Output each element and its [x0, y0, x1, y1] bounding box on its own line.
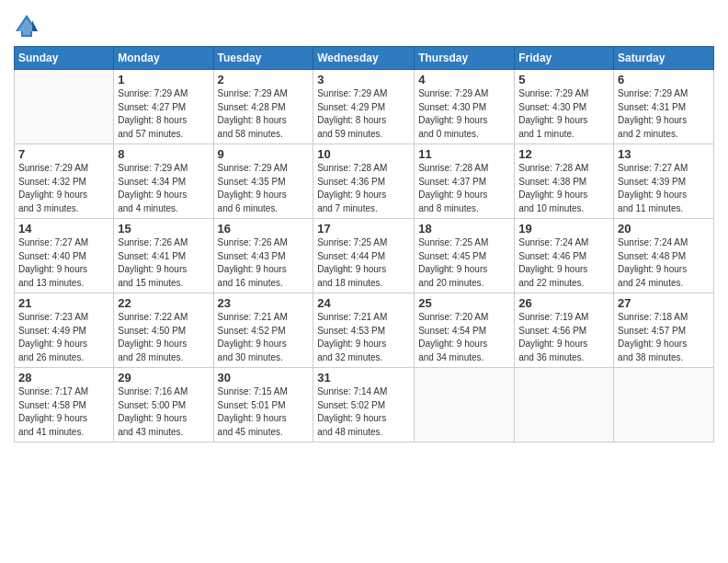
day-number: 1: [118, 73, 209, 86]
logo: [14, 9, 41, 39]
day-info: Sunrise: 7:29 AM Sunset: 4:32 PM Dayligh…: [18, 162, 109, 215]
header: [14, 9, 714, 39]
logo-icon: [14, 13, 40, 39]
day-info: Sunrise: 7:29 AM Sunset: 4:27 PM Dayligh…: [118, 87, 209, 141]
calendar-cell: 11Sunrise: 7:28 AM Sunset: 4:37 PM Dayli…: [415, 144, 515, 219]
calendar-cell: 16Sunrise: 7:26 AM Sunset: 4:43 PM Dayli…: [213, 219, 313, 293]
day-number: 20: [618, 222, 710, 236]
day-number: 28: [18, 371, 109, 385]
calendar-cell: 22Sunrise: 7:22 AM Sunset: 4:50 PM Dayli…: [114, 293, 213, 368]
day-number: 10: [317, 147, 410, 161]
calendar-cell: 23Sunrise: 7:21 AM Sunset: 4:52 PM Dayli…: [213, 293, 313, 368]
calendar-cell: 24Sunrise: 7:21 AM Sunset: 4:53 PM Dayli…: [313, 293, 415, 368]
day-number: 13: [618, 147, 710, 161]
calendar-cell: 26Sunrise: 7:19 AM Sunset: 4:56 PM Dayli…: [515, 293, 614, 368]
day-info: Sunrise: 7:27 AM Sunset: 4:39 PM Dayligh…: [618, 162, 710, 215]
day-info: Sunrise: 7:29 AM Sunset: 4:30 PM Dayligh…: [418, 87, 510, 141]
calendar-cell: 29Sunrise: 7:16 AM Sunset: 5:00 PM Dayli…: [114, 368, 213, 442]
day-number: 14: [18, 222, 109, 236]
calendar-week-3: 14Sunrise: 7:27 AM Sunset: 4:40 PM Dayli…: [15, 219, 714, 293]
day-info: Sunrise: 7:23 AM Sunset: 4:49 PM Dayligh…: [18, 311, 109, 364]
calendar-cell: 9Sunrise: 7:29 AM Sunset: 4:35 PM Daylig…: [213, 144, 313, 219]
day-info: Sunrise: 7:28 AM Sunset: 4:38 PM Dayligh…: [518, 162, 609, 215]
calendar-cell: [15, 70, 114, 144]
page: SundayMondayTuesdayWednesdayThursdayFrid…: [0, 0, 728, 563]
day-info: Sunrise: 7:21 AM Sunset: 4:53 PM Dayligh…: [317, 311, 410, 364]
day-info: Sunrise: 7:28 AM Sunset: 4:37 PM Dayligh…: [418, 162, 510, 215]
day-number: 8: [118, 147, 209, 161]
day-number: 15: [118, 222, 209, 236]
weekday-header-sunday: Sunday: [15, 47, 114, 70]
calendar-cell: [515, 368, 614, 442]
day-number: 4: [418, 73, 510, 86]
day-info: Sunrise: 7:24 AM Sunset: 4:46 PM Dayligh…: [518, 236, 609, 290]
day-number: 25: [418, 296, 510, 310]
calendar-cell: 6Sunrise: 7:29 AM Sunset: 4:31 PM Daylig…: [614, 70, 714, 144]
day-number: 19: [518, 222, 609, 236]
day-number: 18: [418, 222, 510, 236]
calendar-week-2: 7Sunrise: 7:29 AM Sunset: 4:32 PM Daylig…: [15, 144, 714, 219]
calendar-week-5: 28Sunrise: 7:17 AM Sunset: 4:58 PM Dayli…: [15, 368, 714, 442]
day-number: 21: [18, 296, 109, 310]
calendar-cell: 12Sunrise: 7:28 AM Sunset: 4:38 PM Dayli…: [515, 144, 614, 219]
day-info: Sunrise: 7:26 AM Sunset: 4:41 PM Dayligh…: [118, 236, 209, 290]
day-info: Sunrise: 7:20 AM Sunset: 4:54 PM Dayligh…: [418, 311, 510, 364]
calendar-cell: 25Sunrise: 7:20 AM Sunset: 4:54 PM Dayli…: [415, 293, 515, 368]
calendar-cell: 18Sunrise: 7:25 AM Sunset: 4:45 PM Dayli…: [415, 219, 515, 293]
day-info: Sunrise: 7:28 AM Sunset: 4:36 PM Dayligh…: [317, 162, 410, 215]
day-number: 11: [418, 147, 510, 161]
weekday-header-saturday: Saturday: [614, 47, 714, 70]
calendar-cell: 17Sunrise: 7:25 AM Sunset: 4:44 PM Dayli…: [313, 219, 415, 293]
day-number: 7: [18, 147, 109, 161]
calendar-cell: 2Sunrise: 7:29 AM Sunset: 4:28 PM Daylig…: [213, 70, 313, 144]
day-number: 12: [518, 147, 609, 161]
weekday-header-monday: Monday: [114, 47, 213, 70]
day-number: 3: [317, 73, 410, 86]
calendar-cell: 27Sunrise: 7:18 AM Sunset: 4:57 PM Dayli…: [614, 293, 714, 368]
logo-container: [14, 13, 41, 39]
calendar-cell: 1Sunrise: 7:29 AM Sunset: 4:27 PM Daylig…: [114, 70, 213, 144]
svg-marker-2: [32, 20, 38, 31]
calendar-week-4: 21Sunrise: 7:23 AM Sunset: 4:49 PM Dayli…: [15, 293, 714, 368]
calendar-cell: 7Sunrise: 7:29 AM Sunset: 4:32 PM Daylig…: [15, 144, 114, 219]
day-number: 22: [118, 296, 209, 310]
day-info: Sunrise: 7:14 AM Sunset: 5:02 PM Dayligh…: [317, 385, 410, 439]
day-info: Sunrise: 7:29 AM Sunset: 4:35 PM Dayligh…: [218, 162, 310, 215]
day-number: 2: [218, 73, 310, 86]
day-info: Sunrise: 7:29 AM Sunset: 4:29 PM Dayligh…: [317, 87, 410, 141]
day-info: Sunrise: 7:18 AM Sunset: 4:57 PM Dayligh…: [618, 311, 710, 364]
calendar-cell: 28Sunrise: 7:17 AM Sunset: 4:58 PM Dayli…: [15, 368, 114, 442]
calendar-cell: 20Sunrise: 7:24 AM Sunset: 4:48 PM Dayli…: [614, 219, 714, 293]
day-number: 17: [317, 222, 410, 236]
day-number: 27: [618, 296, 710, 310]
day-info: Sunrise: 7:24 AM Sunset: 4:48 PM Dayligh…: [618, 236, 710, 290]
calendar-week-1: 1Sunrise: 7:29 AM Sunset: 4:27 PM Daylig…: [15, 70, 714, 144]
weekday-header-friday: Friday: [515, 47, 614, 70]
day-info: Sunrise: 7:29 AM Sunset: 4:31 PM Dayligh…: [618, 87, 710, 141]
day-info: Sunrise: 7:29 AM Sunset: 4:34 PM Dayligh…: [118, 162, 209, 215]
day-info: Sunrise: 7:25 AM Sunset: 4:45 PM Dayligh…: [418, 236, 510, 290]
calendar-cell: 31Sunrise: 7:14 AM Sunset: 5:02 PM Dayli…: [313, 368, 415, 442]
day-number: 16: [218, 222, 310, 236]
calendar-cell: 30Sunrise: 7:15 AM Sunset: 5:01 PM Dayli…: [213, 368, 313, 442]
day-number: 23: [218, 296, 310, 310]
day-number: 30: [218, 371, 310, 385]
day-info: Sunrise: 7:25 AM Sunset: 4:44 PM Dayligh…: [317, 236, 410, 290]
day-info: Sunrise: 7:26 AM Sunset: 4:43 PM Dayligh…: [218, 236, 310, 290]
calendar-cell: 21Sunrise: 7:23 AM Sunset: 4:49 PM Dayli…: [15, 293, 114, 368]
day-number: 29: [118, 371, 209, 385]
day-info: Sunrise: 7:27 AM Sunset: 4:40 PM Dayligh…: [18, 236, 109, 290]
day-info: Sunrise: 7:19 AM Sunset: 4:56 PM Dayligh…: [518, 311, 609, 364]
calendar-cell: 13Sunrise: 7:27 AM Sunset: 4:39 PM Dayli…: [614, 144, 714, 219]
day-info: Sunrise: 7:15 AM Sunset: 5:01 PM Dayligh…: [218, 385, 310, 439]
weekday-header-tuesday: Tuesday: [213, 47, 313, 70]
day-info: Sunrise: 7:29 AM Sunset: 4:28 PM Dayligh…: [218, 87, 310, 141]
day-info: Sunrise: 7:29 AM Sunset: 4:30 PM Dayligh…: [518, 87, 609, 141]
day-info: Sunrise: 7:17 AM Sunset: 4:58 PM Dayligh…: [18, 385, 109, 439]
calendar-cell: 4Sunrise: 7:29 AM Sunset: 4:30 PM Daylig…: [415, 70, 515, 144]
day-info: Sunrise: 7:16 AM Sunset: 5:00 PM Dayligh…: [118, 385, 209, 439]
weekday-header-thursday: Thursday: [415, 47, 515, 70]
day-number: 5: [518, 73, 609, 86]
day-number: 6: [618, 73, 710, 86]
calendar-cell: [614, 368, 714, 442]
